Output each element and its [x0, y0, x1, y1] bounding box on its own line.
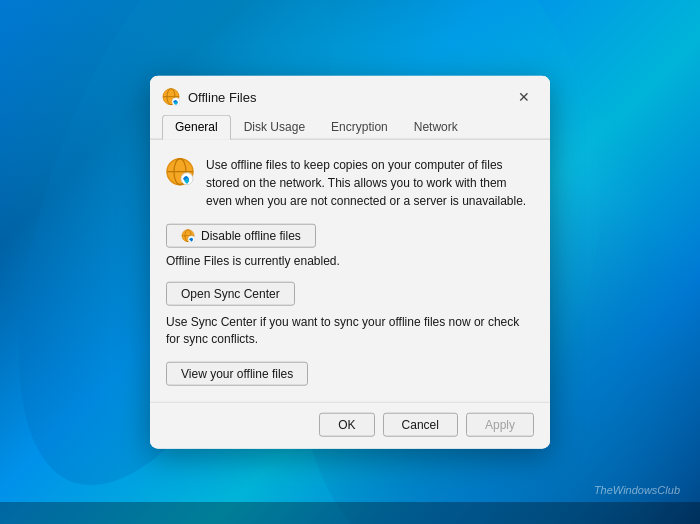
apply-button[interactable]: Apply — [466, 412, 534, 436]
close-button[interactable]: ✕ — [510, 86, 538, 108]
taskbar — [0, 502, 700, 524]
disable-button-label: Disable offline files — [201, 229, 301, 243]
sync-description: Use Sync Center if you want to sync your… — [166, 314, 534, 348]
description-text: Use offline files to keep copies on your… — [206, 156, 534, 210]
sync-section: Open Sync Center Use Sync Center if you … — [166, 282, 534, 348]
ok-button[interactable]: OK — [319, 412, 374, 436]
offline-files-desc-icon — [166, 158, 194, 186]
description-section: Use offline files to keep copies on your… — [166, 156, 534, 210]
cancel-button[interactable]: Cancel — [383, 412, 458, 436]
offline-files-dialog: Offline Files ✕ General Disk Usage Encry… — [150, 76, 550, 449]
title-bar-left: Offline Files — [162, 88, 256, 106]
dialog-title: Offline Files — [188, 89, 256, 104]
view-offline-section: View your offline files — [166, 361, 534, 385]
tab-network[interactable]: Network — [401, 115, 471, 140]
offline-files-title-icon — [162, 88, 180, 106]
view-offline-label: View your offline files — [181, 366, 293, 380]
tab-general[interactable]: General — [162, 115, 231, 140]
disable-button-icon — [181, 229, 195, 243]
view-offline-files-button[interactable]: View your offline files — [166, 361, 308, 385]
dialog-footer: OK Cancel Apply — [150, 401, 550, 448]
title-bar: Offline Files ✕ — [150, 76, 550, 108]
tab-disk-usage[interactable]: Disk Usage — [231, 115, 318, 140]
tabs-container: General Disk Usage Encryption Network — [150, 108, 550, 140]
open-sync-label: Open Sync Center — [181, 287, 280, 301]
disable-offline-files-button[interactable]: Disable offline files — [166, 224, 316, 248]
dialog-content: Use offline files to keep copies on your… — [150, 140, 550, 402]
disable-section: Disable offline files — [166, 224, 534, 248]
offline-files-status: Offline Files is currently enabled. — [166, 254, 534, 268]
tab-encryption[interactable]: Encryption — [318, 115, 401, 140]
open-sync-center-button[interactable]: Open Sync Center — [166, 282, 295, 306]
